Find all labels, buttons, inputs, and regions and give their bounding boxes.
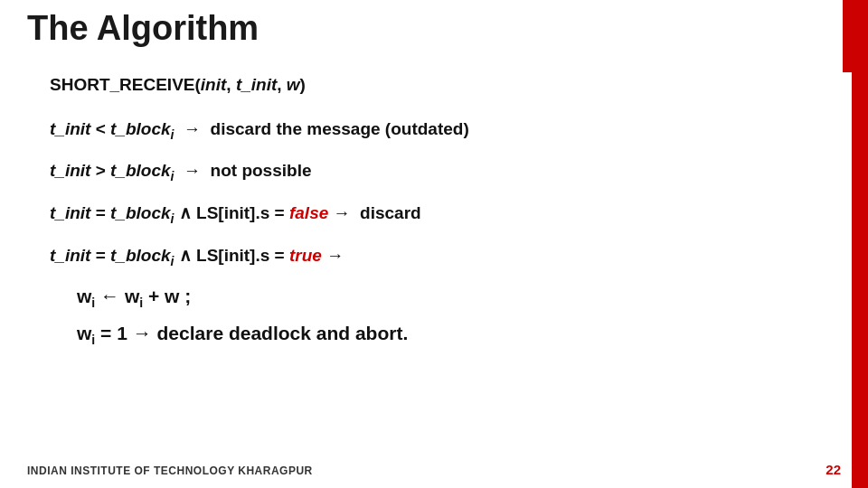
top-right-accent xyxy=(843,0,852,72)
slide-number: 22 xyxy=(826,462,841,477)
sub-line-2: wi = 1 → declare deadlock and abort. xyxy=(77,323,832,347)
main-content: SHORT_RECEIVE(init, t_init, w) t_init < … xyxy=(50,72,832,360)
sub-line-1: wi ← wi + w ; xyxy=(77,286,832,310)
condition-2: t_init > t_blocki → not possible xyxy=(50,158,832,186)
condition-4: t_init = t_blocki ∧ LS[init].s = true → xyxy=(50,243,832,271)
page-title: The Algorithm xyxy=(27,9,259,48)
right-accent-bar xyxy=(852,0,868,488)
condition-3: t_init = t_blocki ∧ LS[init].s = false →… xyxy=(50,201,832,229)
function-signature: SHORT_RECEIVE(init, t_init, w) xyxy=(50,72,832,99)
footer-text: INDIAN INSTITUTE OF TECHNOLOGY KHARAGPUR xyxy=(27,465,313,477)
condition-1: t_init < t_blocki → discard the message … xyxy=(50,117,832,145)
sub-content: wi ← wi + w ; wi = 1 → declare deadlock … xyxy=(50,286,832,347)
